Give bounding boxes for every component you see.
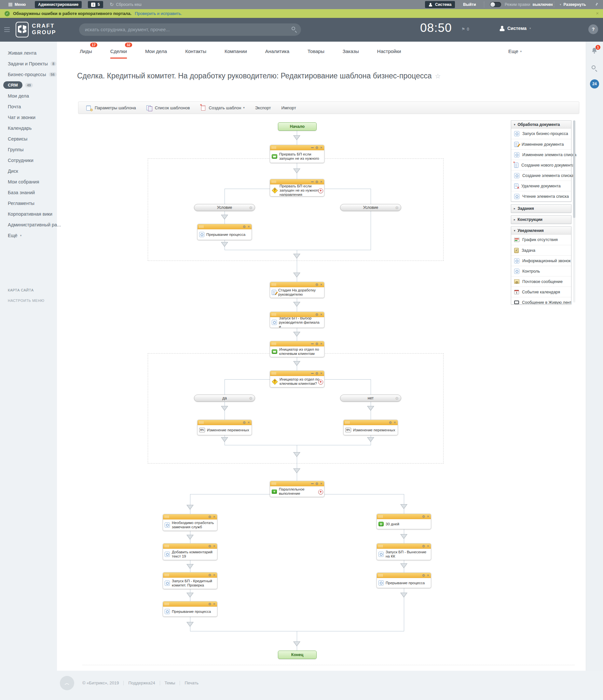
settings-gear-icon[interactable]: ⚙	[315, 282, 319, 287]
close-icon[interactable]: ×	[596, 10, 599, 16]
sidebar-item[interactable]: Календарь	[0, 123, 57, 133]
drag-handle-icon[interactable]	[165, 516, 169, 518]
sidebar-item[interactable]: База знаний	[0, 187, 57, 198]
toolbar-button[interactable]: Создать шаблон▾	[200, 105, 244, 110]
palette-item[interactable]: Почтовое сообщение	[511, 276, 571, 286]
delete-icon[interactable]: ✕	[320, 179, 322, 184]
sidebar-item[interactable]: Чат и звонки	[0, 112, 57, 123]
sidebar-item[interactable]: Сервисы	[0, 133, 57, 144]
nav-tab[interactable]: Аналитика	[265, 42, 289, 60]
delete-icon[interactable]: ✕	[213, 573, 215, 577]
delete-icon[interactable]: ✕	[320, 371, 322, 376]
drag-handle-icon[interactable]	[272, 343, 276, 345]
drag-handle-icon[interactable]	[272, 372, 276, 375]
delete-icon[interactable]: ✕	[213, 602, 215, 606]
sidebar-item[interactable]: Ещё▾	[0, 230, 57, 241]
palette-item[interactable]: Чтение элемента списка	[511, 191, 571, 201]
toolbar-button[interactable]: Параметры шаблона	[86, 105, 136, 110]
flow-condition[interactable]: нет⚙	[340, 395, 401, 402]
flow-node[interactable]: ⚙✕Прервать БП если запущен не из нужного	[270, 145, 324, 163]
settings-gear-icon[interactable]: ⚙	[243, 224, 246, 229]
flow-condition[interactable]: Условие⚙	[340, 204, 401, 211]
settings-gear-icon[interactable]: ⚙	[315, 481, 319, 486]
nav-tab[interactable]: Заказы	[343, 42, 359, 60]
drag-handle-icon[interactable]	[272, 180, 276, 183]
pin-button[interactable]	[594, 2, 599, 7]
sidebar-item[interactable]: Задачи и Проекты8	[0, 58, 57, 69]
delete-icon[interactable]: ✕	[320, 282, 322, 287]
search-icon[interactable]	[292, 27, 295, 30]
flow-node[interactable]: ⚙✕Изменение переменных	[197, 420, 252, 435]
sidebar-item[interactable]: Живая лента	[0, 48, 57, 58]
footer-link[interactable]: Печать	[185, 680, 198, 685]
current-user-menu[interactable]: Система▾	[500, 26, 531, 31]
sidebar-item[interactable]: Корпоративная вики	[0, 208, 57, 219]
settings-gear-icon[interactable]: ⚙	[395, 395, 399, 402]
flow-node[interactable]: ⚙✕Прервать БП если запущен не из нужного…	[270, 179, 324, 197]
flow-node[interactable]: ⚙✕Запуск БП - Выбор руководителя филиала…	[270, 311, 324, 328]
delete-icon[interactable]: ✕	[247, 224, 250, 229]
toolbar-button[interactable]: Экспорт	[255, 105, 271, 110]
drag-handle-icon[interactable]	[272, 283, 276, 286]
add-action-button[interactable]: +	[318, 490, 323, 494]
administration-button[interactable]: Администрирование	[35, 1, 82, 8]
settings-gear-icon[interactable]: ⚙	[243, 420, 246, 425]
rail-search-icon[interactable]	[592, 66, 596, 69]
palette-section-header[interactable]: ▾Уведомления	[511, 227, 571, 234]
settings-gear-icon[interactable]: ⚙	[422, 514, 425, 519]
reset-cache-button[interactable]: ↻Сбросить кеш	[110, 2, 142, 7]
nav-tab[interactable]: Настройки	[377, 42, 401, 60]
delete-icon[interactable]: ✕	[320, 145, 322, 150]
delete-icon[interactable]: ✕	[320, 481, 322, 486]
palette-item[interactable]: Сообщение в Живую ленту	[511, 297, 571, 304]
messenger-badge[interactable]: 24	[590, 79, 599, 89]
settings-gear-icon[interactable]: ⚙	[315, 145, 319, 150]
banner-fix-link[interactable]: Проверить и исправить.	[135, 11, 182, 16]
drag-handle-icon[interactable]	[272, 482, 276, 485]
drag-handle-icon[interactable]	[272, 313, 276, 316]
palette-item[interactable]: Изменение элемента списка	[511, 149, 571, 160]
minimize-icon[interactable]	[311, 181, 314, 182]
palette-item[interactable]: Изменение документа	[511, 139, 571, 149]
flow-node[interactable]: ⚙✕Инициатор из отдел по ключевым клиента…	[270, 371, 324, 388]
drag-handle-icon[interactable]	[345, 421, 349, 424]
drag-handle-icon[interactable]	[199, 421, 203, 424]
settings-gear-icon[interactable]: ⚙	[249, 395, 252, 402]
scrollbar-thumb[interactable]	[573, 120, 575, 218]
favorite-star-icon[interactable]: ☆	[435, 73, 441, 80]
drag-handle-icon[interactable]	[379, 574, 383, 577]
settings-gear-icon[interactable]: ⚙	[315, 371, 319, 376]
nav-tab[interactable]: Сделки32	[110, 42, 127, 60]
delete-icon[interactable]: ✕	[427, 573, 429, 578]
hamburger-icon[interactable]	[4, 27, 10, 28]
flow-node[interactable]: ⚙✕Запуск БП - Вынесение на КК	[377, 543, 431, 560]
nav-tab[interactable]: Товары	[308, 42, 324, 60]
palette-item[interactable]: Информационный звонок	[511, 255, 571, 266]
footer-link[interactable]: Темы	[165, 680, 175, 685]
settings-gear-icon[interactable]: ⚙	[249, 205, 252, 211]
settings-gear-icon[interactable]: ⚙	[208, 544, 212, 548]
expand-button[interactable]: ▾Развернуть	[560, 2, 586, 7]
delete-icon[interactable]: ✕	[320, 312, 322, 317]
palette-item[interactable]: Контроль	[511, 266, 571, 276]
minimize-icon[interactable]	[311, 344, 314, 344]
sidebar-item[interactable]: Почта	[0, 101, 57, 112]
flow-node[interactable]: ⚙✕Добавить комментарий текст 19	[163, 543, 217, 560]
settings-gear-icon[interactable]: ⚙	[208, 515, 212, 519]
sidebar-item[interactable]: Мои собрания	[0, 176, 57, 187]
sidebar-item[interactable]: Мои дела	[0, 91, 57, 101]
drag-handle-icon[interactable]	[165, 545, 169, 547]
palette-item[interactable]: Удаление документа	[511, 180, 571, 191]
delete-icon[interactable]: ✕	[320, 342, 322, 346]
add-action-button[interactable]: +	[318, 188, 323, 193]
settings-gear-icon[interactable]: ⚙	[422, 544, 425, 548]
sidebar-item[interactable]: Диск	[0, 166, 57, 176]
minimize-icon[interactable]	[311, 373, 314, 374]
minimize-icon[interactable]	[311, 483, 314, 484]
flow-node[interactable]: ⚙✕Прерывание процесса	[163, 601, 217, 617]
nav-more-button[interactable]: Еще▾	[508, 48, 522, 54]
drag-handle-icon[interactable]	[379, 545, 383, 547]
flow-node[interactable]: ⚙✕Прерывание процесса	[197, 224, 252, 240]
system-user-button[interactable]: Система	[425, 1, 455, 8]
nav-tab[interactable]: Лиды17	[80, 42, 92, 60]
